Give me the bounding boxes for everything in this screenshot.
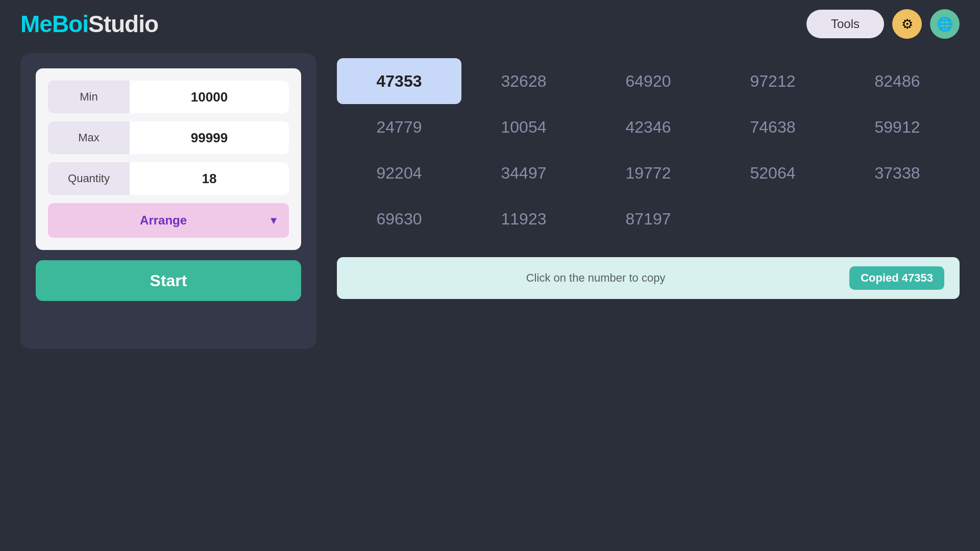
globe-icon: 🌐 — [937, 16, 953, 32]
quantity-label: Quantity — [48, 162, 130, 195]
quantity-value[interactable]: 18 — [130, 162, 289, 195]
max-label: Max — [48, 121, 130, 154]
copied-badge: Copied 47353 — [849, 266, 944, 290]
number-cell[interactable]: 74638 — [710, 104, 835, 150]
start-button[interactable]: Start — [36, 260, 301, 301]
arrange-label: Arrange — [58, 213, 268, 228]
number-cell[interactable]: 69630 — [337, 196, 461, 242]
tools-button[interactable]: Tools — [806, 10, 884, 38]
left-panel: Min 10000 Max 99999 Quantity 18 Arrange … — [20, 53, 316, 349]
number-cell[interactable]: 52064 — [710, 150, 835, 196]
max-field-row: Max 99999 — [48, 121, 289, 154]
min-field-row: Min 10000 — [48, 81, 289, 113]
number-cell[interactable]: 87197 — [586, 196, 710, 242]
right-panel: 4735332628649209721282486247791005442346… — [337, 53, 960, 349]
logo-studio: Studio — [88, 11, 158, 37]
number-cell[interactable]: 97212 — [710, 58, 835, 104]
main-layout: Min 10000 Max 99999 Quantity 18 Arrange … — [0, 53, 980, 349]
quantity-field-row: Quantity 18 — [48, 162, 289, 195]
logo: MeBoiStudio — [20, 10, 158, 38]
number-cell[interactable]: 42346 — [586, 104, 710, 150]
gear-button[interactable]: ⚙ — [892, 9, 922, 39]
number-cell[interactable]: 34497 — [461, 150, 586, 196]
header: MeBoiStudio Tools ⚙ 🌐 — [0, 0, 980, 48]
number-cell[interactable]: 47353 — [337, 58, 461, 104]
arrange-dropdown[interactable]: Arrange ▼ — [48, 203, 289, 238]
logo-meboi: MeBoi — [20, 11, 88, 37]
numbers-grid: 4735332628649209721282486247791005442346… — [337, 53, 960, 247]
number-cell[interactable]: 37338 — [835, 150, 960, 196]
number-cell[interactable]: 82486 — [835, 58, 960, 104]
chevron-down-icon: ▼ — [268, 215, 279, 227]
number-cell[interactable]: 11923 — [461, 196, 586, 242]
max-value[interactable]: 99999 — [130, 121, 289, 154]
number-cell[interactable]: 19772 — [586, 150, 710, 196]
globe-button[interactable]: 🌐 — [930, 9, 960, 39]
number-cell[interactable]: 10054 — [461, 104, 586, 150]
number-cell[interactable]: 92204 — [337, 150, 461, 196]
header-right: Tools ⚙ 🌐 — [806, 9, 960, 39]
min-value[interactable]: 10000 — [130, 81, 289, 113]
number-cell[interactable]: 64920 — [586, 58, 710, 104]
min-label: Min — [48, 81, 130, 113]
number-cell[interactable]: 24779 — [337, 104, 461, 150]
copy-bar: Click on the number to copy Copied 47353 — [337, 257, 960, 299]
number-cell[interactable]: 32628 — [461, 58, 586, 104]
number-cell[interactable]: 59912 — [835, 104, 960, 150]
copy-hint: Click on the number to copy — [352, 271, 839, 285]
form-card: Min 10000 Max 99999 Quantity 18 Arrange … — [36, 68, 301, 250]
gear-icon: ⚙ — [901, 16, 913, 32]
